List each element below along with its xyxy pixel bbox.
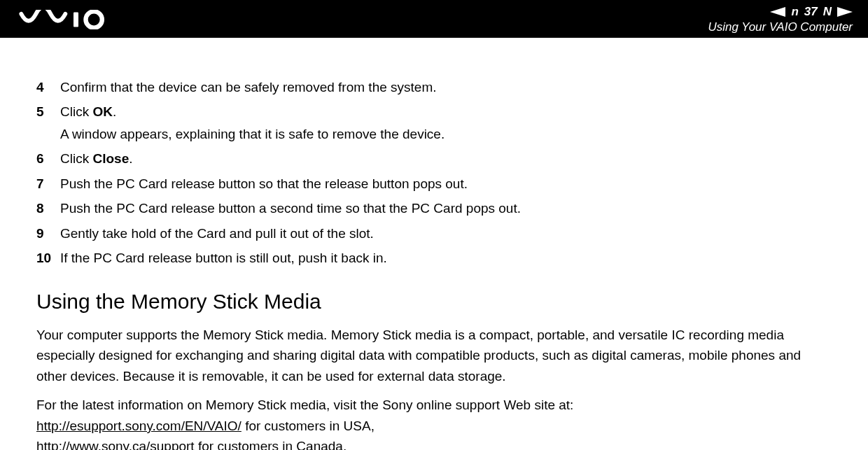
- step-text: If the PC Card release button is still o…: [60, 248, 832, 268]
- step-number: 4: [36, 77, 60, 97]
- step-row: 4 Confirm that the device can be safely …: [36, 77, 832, 97]
- step-text: Click Close.: [60, 148, 832, 169]
- step-text: Push the PC Card release button a second…: [60, 198, 832, 218]
- section-paragraph: Your computer supports the Memory Stick …: [36, 325, 832, 386]
- step-number: 9: [36, 223, 60, 244]
- links-intro: For the latest information on Memory Sti…: [36, 395, 832, 415]
- step-subtext: A window appears, explaining that it is …: [60, 124, 832, 144]
- step-text: Gently take hold of the Card and pull it…: [60, 223, 832, 244]
- next-page-arrow-icon[interactable]: [837, 7, 853, 17]
- link-line: http://www.sony.ca/support for customers…: [36, 436, 832, 450]
- link-line: http://esupport.sony.com/EN/VAIO/ for cu…: [36, 416, 832, 436]
- support-link-canada[interactable]: http://www.sony.ca/support: [36, 439, 195, 450]
- step-number: 5: [36, 101, 60, 122]
- step-row: 7 Push the PC Card release button so tha…: [36, 174, 832, 194]
- page-number: 37: [804, 4, 818, 20]
- vaio-logo-svg: [14, 10, 133, 29]
- svg-point-1: [86, 11, 102, 27]
- step-row: 5 Click OK.: [36, 101, 832, 122]
- page-content: 4 Confirm that the device can be safely …: [0, 38, 868, 450]
- header-right: n 37 N Using Your VAIO Computer: [708, 4, 854, 35]
- section-heading: Using the Memory Stick Media: [36, 286, 832, 318]
- step-number: 8: [36, 198, 60, 218]
- svg-rect-0: [74, 13, 78, 27]
- step-number: 7: [36, 174, 60, 194]
- step-text: Confirm that the device can be safely re…: [60, 77, 832, 97]
- step-number: 6: [36, 148, 60, 169]
- vaio-logo: [14, 10, 133, 29]
- support-link-usa[interactable]: http://esupport.sony.com/EN/VAIO/: [36, 419, 241, 433]
- step-row: 9 Gently take hold of the Card and pull …: [36, 223, 832, 244]
- header-section-title: Using Your VAIO Computer: [708, 20, 853, 35]
- page-header: n 37 N Using Your VAIO Computer: [0, 0, 868, 38]
- nav-n-left: n: [791, 4, 798, 20]
- step-text: Click OK.: [60, 101, 832, 122]
- step-row: 6 Click Close.: [36, 148, 832, 169]
- step-number: 10: [36, 248, 60, 268]
- step-text: Push the PC Card release button so that …: [60, 174, 832, 194]
- prev-page-arrow-icon[interactable]: [770, 7, 785, 17]
- step-row: 8 Push the PC Card release button a seco…: [36, 198, 832, 218]
- step-row: 10 If the PC Card release button is stil…: [36, 248, 832, 268]
- nav-n-right: N: [823, 4, 832, 20]
